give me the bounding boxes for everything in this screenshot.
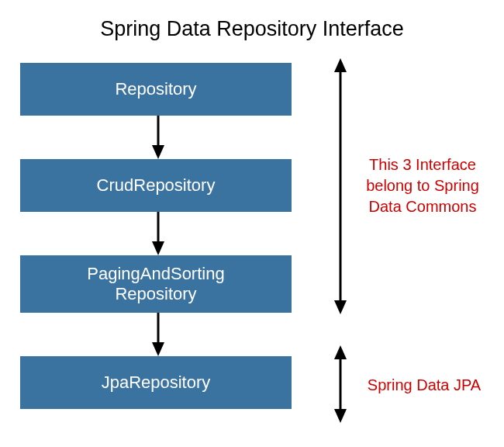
arrow-down-icon [152, 212, 158, 255]
box-label: Repository [115, 79, 196, 99]
bracket-jpa-icon [332, 345, 349, 423]
box-paging-sorting-repository: PagingAndSorting Repository [20, 255, 292, 313]
box-label: JpaRepository [102, 372, 211, 393]
svg-marker-1 [152, 145, 164, 159]
diagram-area: Repository CrudRepository PagingAndSorti… [0, 55, 504, 447]
page-title: Spring Data Repository Interface [0, 0, 504, 55]
svg-marker-5 [152, 342, 164, 356]
box-jpa-repository: JpaRepository [20, 356, 292, 409]
arrow-down-icon [152, 313, 158, 356]
annotation-commons: This 3 Interface belong to Spring Data C… [357, 154, 488, 217]
box-label: CrudRepository [97, 175, 216, 196]
box-repository: Repository [20, 63, 292, 116]
box-label: PagingAndSorting Repository [87, 264, 224, 305]
svg-marker-3 [152, 241, 164, 255]
arrow-down-icon [152, 116, 158, 159]
bracket-commons-icon [332, 58, 349, 314]
svg-marker-10 [334, 345, 347, 359]
svg-marker-7 [334, 58, 347, 72]
box-crud-repository: CrudRepository [20, 159, 292, 212]
svg-marker-11 [334, 409, 347, 423]
annotation-jpa: Spring Data JPA [358, 375, 490, 396]
svg-marker-8 [334, 300, 347, 314]
